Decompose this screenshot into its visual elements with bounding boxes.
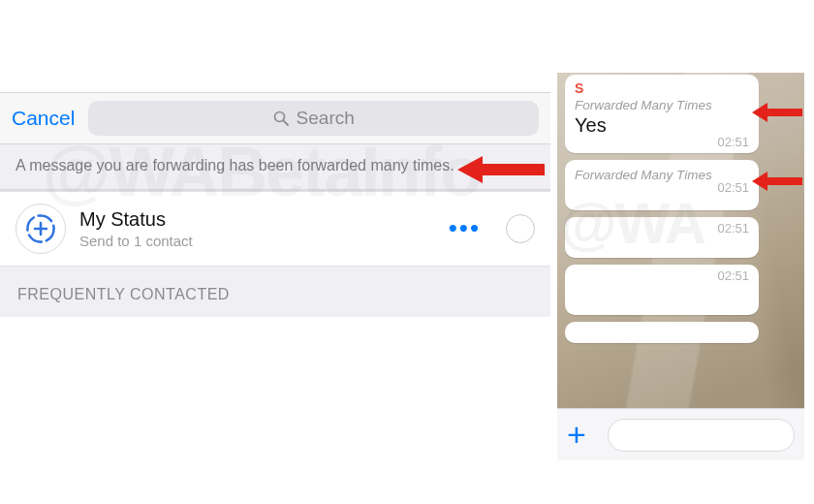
cancel-button[interactable]: Cancel <box>12 107 75 130</box>
more-button[interactable]: ••• <box>449 213 481 243</box>
sender-label: S <box>575 80 749 96</box>
frequently-contacted-header: FREQUENTLY CONTACTED <box>0 267 550 317</box>
chat-preview: S Forwarded Many Times Yes 02:51 Forward… <box>557 73 804 460</box>
status-subtitle: Send to 1 contact <box>79 233 449 249</box>
forward-warning-banner: A message you are forwarding has been fo… <box>0 144 550 191</box>
svg-line-1 <box>283 120 288 125</box>
timestamp: 02:51 <box>717 221 749 236</box>
message-bubble[interactable]: S Forwarded Many Times Yes 02:51 <box>565 75 759 153</box>
timestamp: 02:51 <box>717 180 749 195</box>
status-add-icon <box>16 204 66 254</box>
timestamp: 02:51 <box>717 268 749 283</box>
select-radio[interactable] <box>506 214 535 243</box>
forwarded-label: Forwarded Many Times <box>575 96 749 112</box>
message-bubble[interactable]: 02:51 <box>565 265 759 315</box>
message-bubble[interactable] <box>565 322 759 343</box>
message-bubble[interactable]: 02:51 <box>565 217 759 258</box>
forward-sheet: Cancel Search A message you are forwardi… <box>0 92 550 317</box>
search-icon <box>273 110 289 126</box>
timestamp: 02:51 <box>717 135 749 149</box>
search-row: Cancel Search <box>0 92 550 144</box>
attach-button[interactable]: + <box>567 416 602 454</box>
search-input[interactable]: Search <box>88 101 539 136</box>
compose-input[interactable] <box>608 419 795 452</box>
message-bubble[interactable]: Forwarded Many Times 02:51 <box>565 160 759 210</box>
compose-bar: + <box>557 408 804 460</box>
forward-warning-text: A message you are forwarding has been fo… <box>16 157 454 173</box>
search-placeholder: Search <box>297 108 355 129</box>
my-status-row[interactable]: My Status Send to 1 contact ••• <box>0 191 550 267</box>
status-title: My Status <box>79 208 449 231</box>
message-text: Yes <box>575 112 749 137</box>
